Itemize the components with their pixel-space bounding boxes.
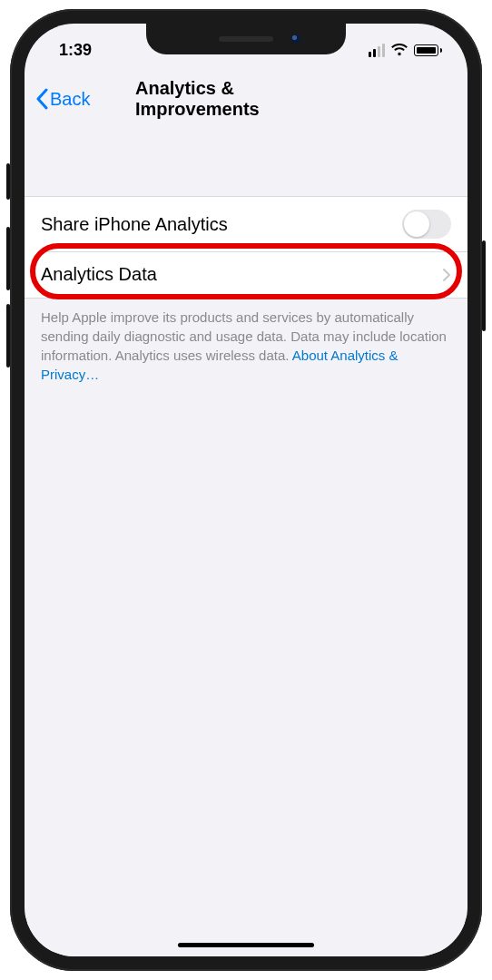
- row-label: Share iPhone Analytics: [41, 214, 402, 235]
- notch: [146, 24, 346, 54]
- toggle-knob: [404, 211, 429, 237]
- side-button: [6, 163, 10, 200]
- cellular-icon: [369, 44, 385, 57]
- wifi-icon: [390, 44, 408, 56]
- speaker-slot: [219, 36, 273, 42]
- nav-header: Back Analytics & Improvements: [25, 74, 467, 124]
- analytics-data-row[interactable]: Analytics Data: [25, 251, 467, 298]
- status-right-icons: [369, 44, 442, 57]
- front-camera: [291, 34, 300, 44]
- share-analytics-toggle[interactable]: [402, 210, 451, 239]
- side-button: [6, 304, 10, 368]
- footer-help-text: Help Apple improve its products and serv…: [25, 299, 467, 384]
- phone-frame: 1:39 Back: [10, 9, 482, 971]
- side-button: [6, 227, 10, 290]
- back-button[interactable]: Back: [35, 88, 90, 110]
- share-iphone-analytics-row[interactable]: Share iPhone Analytics: [25, 197, 467, 251]
- side-button: [482, 240, 486, 331]
- content-area: Share iPhone Analytics Analytics Data He…: [25, 160, 467, 956]
- home-indicator[interactable]: [178, 943, 314, 947]
- battery-icon: [414, 44, 442, 56]
- row-label: Analytics Data: [41, 264, 442, 285]
- screen: 1:39 Back: [25, 24, 467, 956]
- chevron-left-icon: [35, 88, 48, 110]
- status-time: 1:39: [59, 41, 92, 60]
- back-label: Back: [50, 89, 90, 110]
- settings-group: Share iPhone Analytics Analytics Data: [25, 196, 467, 299]
- chevron-right-icon: [442, 268, 451, 282]
- page-title: Analytics & Improvements: [135, 78, 357, 120]
